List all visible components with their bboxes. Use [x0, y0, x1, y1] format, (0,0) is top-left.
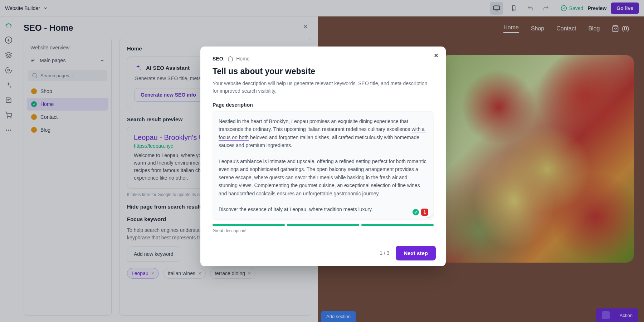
- modal-subtitle: Your website description will help us ge…: [213, 80, 434, 95]
- modal-title: Tell us about your website: [213, 67, 434, 76]
- breadcrumb-page: Home: [236, 56, 249, 62]
- grammar-badges: 1: [413, 209, 428, 216]
- modal-breadcrumb: SEO: Home: [213, 56, 434, 62]
- description-quality-bar: [213, 224, 434, 226]
- description-text: Nestled in the heart of Brooklyn, Leopau…: [219, 117, 428, 214]
- next-step-button[interactable]: Next step: [396, 246, 436, 260]
- breadcrumb-prefix: SEO:: [213, 56, 225, 62]
- grammar-ok-badge[interactable]: [413, 209, 419, 215]
- description-field-label: Page description: [213, 102, 434, 108]
- resize-handle[interactable]: [428, 214, 433, 219]
- grammar-error-badge[interactable]: 1: [421, 209, 428, 216]
- description-textarea[interactable]: Nestled in the heart of Brooklyn, Leopau…: [213, 111, 434, 220]
- quality-label: Great description!: [213, 228, 434, 233]
- progress-segment: [213, 224, 285, 226]
- home-icon: [228, 56, 233, 62]
- close-icon: [433, 52, 439, 59]
- modal-footer: 1 / 3 Next step: [200, 240, 446, 266]
- progress-segment: [361, 224, 434, 226]
- modal-close-button[interactable]: [433, 52, 439, 59]
- progress-segment: [287, 224, 359, 226]
- step-indicator: 1 / 3: [380, 250, 389, 256]
- seo-wizard-modal: SEO: Home Tell us about your website You…: [200, 47, 446, 266]
